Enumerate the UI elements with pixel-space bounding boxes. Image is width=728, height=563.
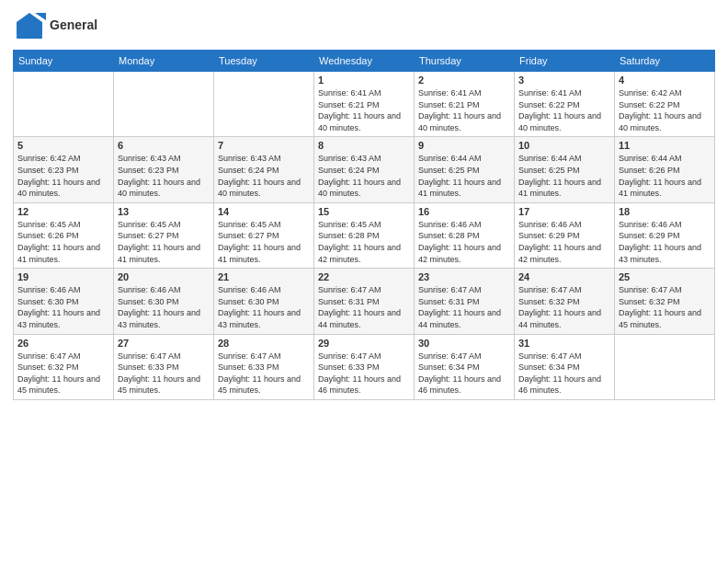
day-info: Sunrise: 6:47 AMSunset: 6:34 PMDaylight:… [418,350,510,396]
day-number: 22 [318,271,410,282]
calendar-week-row: 12Sunrise: 6:45 AMSunset: 6:26 PMDayligh… [14,202,715,268]
calendar-cell [615,334,715,399]
calendar-cell: 24Sunrise: 6:47 AMSunset: 6:32 PMDayligh… [515,269,615,334]
day-number: 17 [518,206,610,217]
day-info: Sunrise: 6:46 AMSunset: 6:28 PMDaylight:… [418,219,510,265]
weekday-header-saturday: Saturday [615,51,715,72]
header: General [13,9,715,42]
calendar-cell: 22Sunrise: 6:47 AMSunset: 6:31 PMDayligh… [314,269,415,334]
day-info: Sunrise: 6:44 AMSunset: 6:25 PMDaylight:… [418,153,510,199]
weekday-header-thursday: Thursday [415,51,515,72]
calendar-cell: 20Sunrise: 6:46 AMSunset: 6:30 PMDayligh… [114,269,214,334]
day-info: Sunrise: 6:46 AMSunset: 6:30 PMDaylight:… [118,284,210,330]
day-info: Sunrise: 6:44 AMSunset: 6:26 PMDaylight:… [619,153,711,199]
calendar-cell: 11Sunrise: 6:44 AMSunset: 6:26 PMDayligh… [615,137,715,202]
calendar-cell: 17Sunrise: 6:46 AMSunset: 6:29 PMDayligh… [515,202,615,268]
calendar-cell: 2Sunrise: 6:41 AMSunset: 6:21 PMDaylight… [415,72,515,137]
calendar-cell: 15Sunrise: 6:45 AMSunset: 6:28 PMDayligh… [314,202,415,268]
day-number: 11 [619,140,711,151]
day-number: 4 [619,75,711,86]
day-info: Sunrise: 6:43 AMSunset: 6:24 PMDaylight:… [218,153,310,199]
calendar-cell: 25Sunrise: 6:47 AMSunset: 6:32 PMDayligh… [615,269,715,334]
day-number: 31 [518,338,610,349]
day-number: 12 [17,206,109,217]
day-info: Sunrise: 6:47 AMSunset: 6:34 PMDaylight:… [518,350,610,396]
calendar-cell [14,72,114,137]
day-info: Sunrise: 6:41 AMSunset: 6:22 PMDaylight:… [518,87,610,133]
calendar-cell: 30Sunrise: 6:47 AMSunset: 6:34 PMDayligh… [415,334,515,399]
day-info: Sunrise: 6:43 AMSunset: 6:24 PMDaylight:… [318,153,410,199]
day-number: 10 [518,140,610,151]
calendar-table: SundayMondayTuesdayWednesdayThursdayFrid… [13,50,715,400]
day-number: 25 [619,271,711,282]
calendar-week-row: 26Sunrise: 6:47 AMSunset: 6:32 PMDayligh… [14,334,715,399]
day-number: 26 [17,338,109,349]
calendar-week-row: 1Sunrise: 6:41 AMSunset: 6:21 PMDaylight… [14,72,715,137]
day-number: 7 [218,140,310,151]
day-number: 28 [218,338,310,349]
day-number: 9 [418,140,510,151]
day-number: 16 [418,206,510,217]
day-number: 1 [318,75,410,86]
day-info: Sunrise: 6:45 AMSunset: 6:27 PMDaylight:… [218,219,310,265]
day-number: 8 [318,140,410,151]
day-number: 13 [118,206,210,217]
calendar-cell: 31Sunrise: 6:47 AMSunset: 6:34 PMDayligh… [515,334,615,399]
day-info: Sunrise: 6:42 AMSunset: 6:23 PMDaylight:… [17,153,109,199]
calendar-cell: 3Sunrise: 6:41 AMSunset: 6:22 PMDaylight… [515,72,615,137]
logo: General [13,9,97,42]
day-number: 21 [218,271,310,282]
calendar-cell: 1Sunrise: 6:41 AMSunset: 6:21 PMDaylight… [314,72,415,137]
calendar-cell: 9Sunrise: 6:44 AMSunset: 6:25 PMDaylight… [415,137,515,202]
weekday-header-monday: Monday [114,51,214,72]
day-number: 2 [418,75,510,86]
weekday-header-row: SundayMondayTuesdayWednesdayThursdayFrid… [14,51,715,72]
day-info: Sunrise: 6:43 AMSunset: 6:23 PMDaylight:… [118,153,210,199]
day-number: 24 [518,271,610,282]
day-number: 6 [118,140,210,151]
day-info: Sunrise: 6:46 AMSunset: 6:30 PMDaylight:… [218,284,310,330]
calendar-cell: 14Sunrise: 6:45 AMSunset: 6:27 PMDayligh… [214,202,314,268]
calendar-cell: 18Sunrise: 6:46 AMSunset: 6:29 PMDayligh… [615,202,715,268]
calendar-cell: 23Sunrise: 6:47 AMSunset: 6:31 PMDayligh… [415,269,515,334]
day-number: 14 [218,206,310,217]
day-info: Sunrise: 6:47 AMSunset: 6:33 PMDaylight:… [118,350,210,396]
day-number: 15 [318,206,410,217]
page: General SundayMondayTuesdayWednesdayThur… [0,0,728,563]
calendar-cell [114,72,214,137]
day-info: Sunrise: 6:46 AMSunset: 6:29 PMDaylight:… [518,219,610,265]
day-number: 23 [418,271,510,282]
day-number: 5 [17,140,109,151]
calendar-cell: 27Sunrise: 6:47 AMSunset: 6:33 PMDayligh… [114,334,214,399]
calendar-cell: 29Sunrise: 6:47 AMSunset: 6:33 PMDayligh… [314,334,415,399]
calendar-cell: 26Sunrise: 6:47 AMSunset: 6:32 PMDayligh… [14,334,114,399]
day-info: Sunrise: 6:47 AMSunset: 6:31 PMDaylight:… [318,284,410,330]
calendar-cell: 12Sunrise: 6:45 AMSunset: 6:26 PMDayligh… [14,202,114,268]
day-info: Sunrise: 6:41 AMSunset: 6:21 PMDaylight:… [418,87,510,133]
day-number: 19 [17,271,109,282]
day-info: Sunrise: 6:41 AMSunset: 6:21 PMDaylight:… [318,87,410,133]
day-number: 3 [518,75,610,86]
day-info: Sunrise: 6:47 AMSunset: 6:33 PMDaylight:… [218,350,310,396]
calendar-cell: 4Sunrise: 6:42 AMSunset: 6:22 PMDaylight… [615,72,715,137]
logo-icon [13,9,46,42]
svg-marker-0 [17,13,42,35]
day-number: 18 [619,206,711,217]
day-info: Sunrise: 6:47 AMSunset: 6:32 PMDaylight:… [518,284,610,330]
calendar-cell: 28Sunrise: 6:47 AMSunset: 6:33 PMDayligh… [214,334,314,399]
calendar-cell: 21Sunrise: 6:46 AMSunset: 6:30 PMDayligh… [214,269,314,334]
calendar-week-row: 5Sunrise: 6:42 AMSunset: 6:23 PMDaylight… [14,137,715,202]
day-number: 29 [318,338,410,349]
weekday-header-wednesday: Wednesday [314,51,415,72]
calendar-cell: 16Sunrise: 6:46 AMSunset: 6:28 PMDayligh… [415,202,515,268]
day-info: Sunrise: 6:44 AMSunset: 6:25 PMDaylight:… [518,153,610,199]
day-info: Sunrise: 6:45 AMSunset: 6:28 PMDaylight:… [318,219,410,265]
calendar-cell: 5Sunrise: 6:42 AMSunset: 6:23 PMDaylight… [14,137,114,202]
day-info: Sunrise: 6:46 AMSunset: 6:30 PMDaylight:… [17,284,109,330]
day-info: Sunrise: 6:47 AMSunset: 6:31 PMDaylight:… [418,284,510,330]
day-info: Sunrise: 6:42 AMSunset: 6:22 PMDaylight:… [619,87,711,133]
day-info: Sunrise: 6:45 AMSunset: 6:26 PMDaylight:… [17,219,109,265]
calendar-cell: 10Sunrise: 6:44 AMSunset: 6:25 PMDayligh… [515,137,615,202]
day-info: Sunrise: 6:47 AMSunset: 6:32 PMDaylight:… [619,284,711,330]
day-number: 27 [118,338,210,349]
